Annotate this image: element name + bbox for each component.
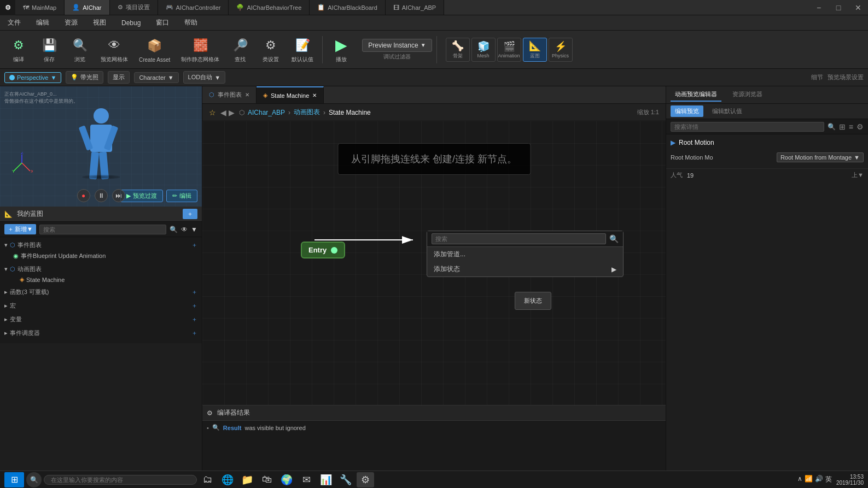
- variables-add-icon[interactable]: ＋: [191, 315, 197, 324]
- search-input[interactable]: [39, 225, 166, 234]
- taskbar-chrome-icon[interactable]: 🌍: [278, 472, 295, 487]
- edit-defaults-tab[interactable]: 编辑默认值: [708, 105, 747, 117]
- search-options-icon[interactable]: 👁: [181, 226, 188, 233]
- preview-instance-button[interactable]: Preview Instance ▼: [362, 39, 432, 52]
- breadcrumb-star[interactable]: ☆: [209, 108, 216, 117]
- variables-header[interactable]: ▸ 变量 ＋: [0, 314, 202, 325]
- breadcrumb-base[interactable]: AIChar_ABP: [248, 109, 285, 116]
- menu-debug[interactable]: Debug: [118, 18, 144, 28]
- perspective-button[interactable]: Perspective ▼: [4, 72, 61, 83]
- root-motion-dropdown[interactable]: Root Motion from Montage ▼: [777, 152, 864, 162]
- tab-projectsettings[interactable]: ⚙ 项目设置: [110, 0, 158, 15]
- physics-button[interactable]: ⚡ Physics: [549, 38, 573, 62]
- tray-arrow-icon[interactable]: ∧: [797, 475, 802, 484]
- taskbar-ue4-icon[interactable]: ⚙: [357, 472, 374, 487]
- asset-browser-tab[interactable]: 资源浏览器: [728, 88, 767, 102]
- task-search-icon[interactable]: 🔍: [26, 472, 42, 487]
- search-filter-icon[interactable]: ▼: [191, 226, 197, 233]
- add-state-item[interactable]: 添加状态 ▶ 新状态: [427, 262, 623, 277]
- vp-step-button[interactable]: ⏭: [112, 189, 125, 202]
- menu-view[interactable]: 视图: [90, 17, 109, 28]
- tab-aicharbehaviortree[interactable]: 🌳 AICharBehaviorTree: [229, 0, 310, 15]
- volume-icon[interactable]: 🔊: [815, 475, 823, 484]
- close-button[interactable]: ✕: [848, 0, 868, 15]
- event-graph-add-icon[interactable]: ＋: [191, 241, 197, 249]
- taskbar-search-input[interactable]: [51, 477, 171, 483]
- new-state-item[interactable]: 新状态: [520, 295, 546, 307]
- lod-button[interactable]: LOD自动 ▼: [183, 71, 226, 84]
- preview-transition-button[interactable]: ▶ 预览过渡: [120, 190, 163, 202]
- dispatchers-add-icon[interactable]: ＋: [191, 329, 197, 337]
- new-button[interactable]: ＋ 新增▼: [4, 224, 36, 234]
- find-button[interactable]: 🔎 查找: [226, 34, 254, 66]
- taskbar-folder-icon[interactable]: 📁: [238, 472, 256, 487]
- context-search-input[interactable]: [432, 233, 606, 244]
- play-button[interactable]: ▶ 播放: [327, 34, 356, 66]
- breadcrumb-forward-button[interactable]: ▶: [229, 108, 235, 117]
- skeleton-button[interactable]: 🦴 骨架: [446, 38, 470, 62]
- edit-mode-button[interactable]: ✏ 编辑: [166, 190, 197, 202]
- right-search-input[interactable]: [671, 122, 824, 132]
- menu-window[interactable]: 窗口: [153, 17, 172, 28]
- blueprint-update-item[interactable]: ◉ 事件Blueprint Update Animation: [0, 251, 202, 261]
- edit-preview-tab[interactable]: 编辑预览: [671, 105, 703, 117]
- make-static-button[interactable]: 🧱 制作静态网格体: [177, 34, 224, 66]
- taskbar-store-icon[interactable]: 🛍: [258, 472, 276, 487]
- blueprint-anim-button[interactable]: 📐 蓝图: [523, 38, 547, 62]
- taskbar-tools-icon[interactable]: 🔧: [337, 472, 354, 487]
- dispatchers-header[interactable]: ▸ 事件调度器 ＋: [0, 327, 202, 339]
- anim-preview-editor-tab[interactable]: 动画预览编辑器: [671, 88, 721, 102]
- preview-mesh-button[interactable]: 👁 预览网格体: [96, 34, 132, 66]
- event-graph-tab[interactable]: ⬡ 事件图表 ✕: [202, 86, 257, 103]
- state-machine-tab-close[interactable]: ✕: [312, 92, 317, 98]
- save-button[interactable]: 💾 保存: [35, 34, 63, 66]
- list-view-icon[interactable]: ≡: [849, 122, 853, 131]
- taskbar-browser-icon[interactable]: 🌐: [219, 472, 236, 487]
- lang-icon[interactable]: 英: [825, 475, 832, 484]
- animation-graph-header[interactable]: ▾ ⬡ 动画图表: [0, 263, 202, 275]
- state-machine-item[interactable]: ◈ State Machine: [0, 275, 202, 284]
- functions-header[interactable]: ▸ 函数(3 可重载) ＋: [0, 286, 202, 298]
- network-icon[interactable]: 📶: [805, 475, 813, 484]
- functions-add-icon[interactable]: ＋: [191, 288, 197, 296]
- tab-aichar-abp[interactable]: 🎞 AIChar_ABP: [386, 0, 444, 15]
- vp-pause-button[interactable]: ⏸: [95, 189, 108, 202]
- blueprint-add-button[interactable]: ＋: [183, 209, 197, 219]
- character-button[interactable]: Character ▼: [134, 72, 178, 83]
- right-search-icon[interactable]: 🔍: [828, 123, 836, 131]
- default-values-button[interactable]: 📝 默认认值: [287, 34, 318, 66]
- tab-aicharblackboard[interactable]: 📋 AICharBlackBoard: [310, 0, 386, 15]
- taskbar-mail-icon[interactable]: ✉: [298, 472, 315, 487]
- tab-mainmap[interactable]: 🗺 MainMap: [15, 0, 65, 15]
- state-machine-tab[interactable]: ◈ State Machine ✕: [257, 86, 324, 103]
- animation-button[interactable]: 🎬 Animation: [497, 38, 521, 62]
- class-settings-button[interactable]: ⚙ 类设置: [257, 34, 285, 66]
- taskbar-explorer-icon[interactable]: 🗂: [199, 472, 217, 487]
- tab-aicharcontroller[interactable]: 🎮 AICharController: [158, 0, 229, 15]
- search-icon[interactable]: 🔍: [170, 226, 178, 233]
- lit-button[interactable]: 💡 带光照: [66, 71, 103, 84]
- graph-canvas[interactable]: 从引脚拖拽连线来 创建/连接 新节点。 Entry 🔍: [202, 121, 666, 405]
- mesh-button[interactable]: 🧊 Mesh: [471, 38, 496, 62]
- add-pipe-item[interactable]: 添加管道...: [427, 247, 623, 262]
- menu-file[interactable]: 文件: [4, 17, 24, 28]
- vp-record-button[interactable]: ●: [77, 189, 90, 202]
- breadcrumb-back-button[interactable]: ◀: [220, 108, 226, 117]
- macros-header[interactable]: ▸ 宏 ＋: [0, 300, 202, 311]
- taskbar-ppt-icon[interactable]: 📊: [317, 472, 335, 487]
- menu-assets[interactable]: 资源: [61, 17, 81, 28]
- breadcrumb-mid[interactable]: 动画图表: [294, 108, 320, 117]
- start-button[interactable]: ⊞: [4, 472, 24, 487]
- menu-edit[interactable]: 编辑: [33, 17, 53, 28]
- tab-aichar[interactable]: 👤 AIChar: [65, 0, 109, 15]
- show-button[interactable]: 显示: [108, 71, 130, 84]
- browse-button[interactable]: 🔍 浏览: [66, 34, 94, 66]
- event-graph-header[interactable]: ▾ ⬡ 事件图表 ＋: [0, 239, 202, 251]
- maximize-button[interactable]: □: [829, 0, 848, 15]
- menu-help[interactable]: 帮助: [181, 17, 201, 28]
- settings-view-icon[interactable]: ⚙: [857, 122, 864, 131]
- create-asset-button[interactable]: 📦 Create Asset: [135, 34, 174, 66]
- macros-add-icon[interactable]: ＋: [191, 302, 197, 310]
- grid-view-icon[interactable]: ⊞: [839, 122, 846, 131]
- compile-button[interactable]: ⚙ 编译: [4, 34, 33, 66]
